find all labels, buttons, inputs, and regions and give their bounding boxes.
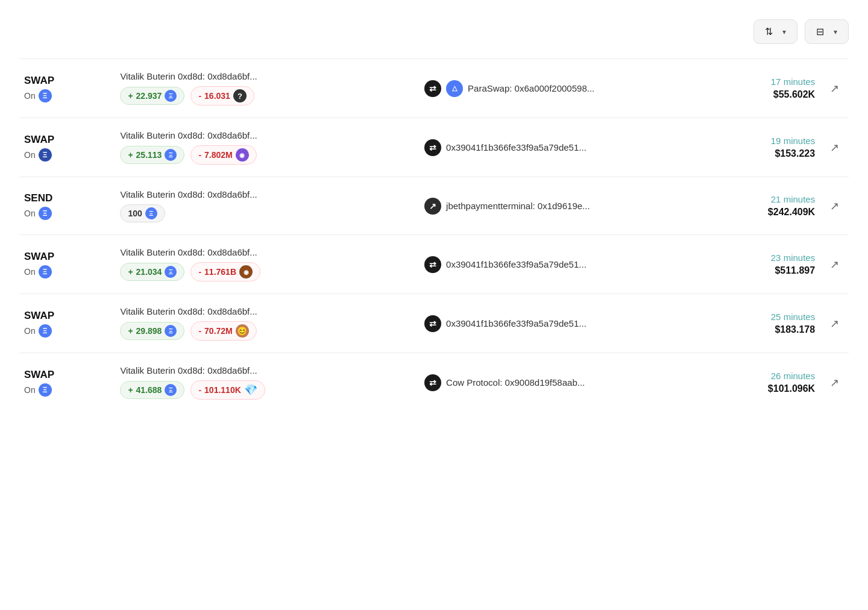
time-label: 17 minutes bbox=[697, 77, 816, 87]
time-value-cell: 23 minutes $511.897 bbox=[692, 235, 820, 294]
table-row: SEND On Ξ Vitalik Buterin 0xd8d: 0xd8da6… bbox=[19, 177, 849, 235]
token-in-pill: + 29.898 Ξ bbox=[120, 322, 184, 340]
tx-on: On Ξ bbox=[24, 207, 110, 220]
eth-network-badge: Ξ bbox=[39, 89, 52, 102]
token-amounts: + 25.113 Ξ - 7.802M ◉ bbox=[120, 145, 415, 165]
token-out-pill: - 11.761B ◉ bbox=[190, 262, 260, 281]
filter-icon: ⊟ bbox=[816, 26, 824, 37]
protocol-label: 0x39041f1b366fe33f9a5a79de51... bbox=[446, 142, 587, 152]
token-in-pill: + 41.688 Ξ bbox=[120, 381, 184, 399]
time-value-cell: 26 minutes $101.096K bbox=[692, 353, 820, 412]
tx-on: On Ξ bbox=[24, 89, 110, 102]
positive-sign: + bbox=[128, 150, 133, 160]
tx-type-cell: SWAP On Ξ bbox=[19, 118, 115, 177]
token-amounts: + 41.688 Ξ - 101.110K 💎 bbox=[120, 380, 415, 400]
eth-network-badge: Ξ bbox=[39, 207, 52, 220]
tx-type-label: SWAP bbox=[24, 369, 110, 381]
value-label: $511.897 bbox=[697, 265, 816, 276]
eth-network-badge: Ξ bbox=[39, 265, 52, 278]
protocol-line: ⇄ 0x39041f1b366fe33f9a5a79de51... bbox=[424, 139, 687, 156]
protocol-line: ⇄ 0x39041f1b366fe33f9a5a79de51... bbox=[424, 256, 687, 273]
table-row: SWAP On Ξ Vitalik Buterin 0xd8d: 0xd8da6… bbox=[19, 235, 849, 294]
tx-on: On Ξ bbox=[24, 148, 110, 162]
token-out-pill: - 16.031 ? bbox=[190, 86, 254, 105]
address-label: Vitalik Buterin 0xd8d: 0xd8da6bf... bbox=[120, 365, 415, 376]
address-label: Vitalik Buterin 0xd8d: 0xd8da6bf... bbox=[120, 189, 415, 200]
time-label: 26 minutes bbox=[697, 371, 816, 381]
external-link-icon[interactable]: ↗ bbox=[830, 318, 839, 330]
tx-on: On Ξ bbox=[24, 324, 110, 338]
external-link-cell[interactable]: ↗ bbox=[820, 294, 849, 353]
token-amounts: + 29.898 Ξ - 70.72M 😊 bbox=[120, 321, 415, 341]
protocol-label: 0x39041f1b366fe33f9a5a79de51... bbox=[446, 318, 587, 329]
time-label: 25 minutes bbox=[697, 312, 816, 322]
external-link-cell[interactable]: ↗ bbox=[820, 353, 849, 412]
token-in-pill: + 21.034 Ξ bbox=[120, 263, 184, 281]
time-value-cell: 21 minutes $242.409K bbox=[692, 177, 820, 235]
external-link-cell[interactable]: ↗ bbox=[820, 118, 849, 177]
address-label: Vitalik Buterin 0xd8d: 0xd8da6bf... bbox=[120, 71, 415, 81]
positive-sign: + bbox=[128, 385, 133, 395]
protocol-line: ⇄ 0x39041f1b366fe33f9a5a79de51... bbox=[424, 315, 687, 332]
tx-type-label: SEND bbox=[24, 192, 110, 204]
sort-button[interactable]: ⇅ ▾ bbox=[753, 19, 797, 44]
external-link-icon[interactable]: ↗ bbox=[830, 83, 839, 95]
token-amounts: + 21.034 Ξ - 11.761B ◉ bbox=[120, 262, 415, 281]
time-value-cell: 19 minutes $153.223 bbox=[692, 118, 820, 177]
protocol-cell: ⇄ 0x39041f1b366fe33f9a5a79de51... bbox=[420, 294, 692, 353]
swap-icon: ⇄ bbox=[424, 315, 441, 332]
on-label: On bbox=[24, 91, 36, 101]
send-icon: ↗ bbox=[424, 198, 441, 215]
token-out-pill: - 101.110K 💎 bbox=[190, 380, 265, 400]
external-link-cell[interactable]: ↗ bbox=[820, 59, 849, 118]
token-amounts: 100 Ξ bbox=[120, 204, 415, 222]
external-link-cell[interactable]: ↗ bbox=[820, 177, 849, 235]
protocol-cell: ⇄△ ParaSwap: 0x6a000f2000598... bbox=[420, 59, 692, 118]
eth-token-icon: Ξ bbox=[165, 149, 177, 161]
time-value-cell: 17 minutes $55.602K bbox=[692, 59, 820, 118]
eth-network-badge: Ξ bbox=[39, 324, 52, 338]
value-label: $242.409K bbox=[697, 207, 816, 218]
from-to-cell: Vitalik Buterin 0xd8d: 0xd8da6bf... + 29… bbox=[115, 294, 420, 353]
unknown-token-icon: ? bbox=[233, 89, 247, 102]
protocol-line: ⇄ Cow Protocol: 0x9008d19f58aab... bbox=[424, 374, 687, 391]
positive-sign: + bbox=[128, 267, 133, 277]
sort-icon: ⇅ bbox=[765, 26, 773, 37]
token-out-pill: - 70.72M 😊 bbox=[190, 321, 256, 341]
tx-type-label: SWAP bbox=[24, 310, 110, 322]
purple-token-icon: ◉ bbox=[236, 148, 249, 162]
header-controls: ⇅ ▾ ⊟ ▾ bbox=[753, 19, 849, 44]
external-link-icon[interactable]: ↗ bbox=[830, 259, 839, 271]
token-in-pill: + 22.937 Ξ bbox=[120, 87, 184, 105]
token-amounts: + 22.937 Ξ - 16.031 ? bbox=[120, 86, 415, 105]
from-to-cell: Vitalik Buterin 0xd8d: 0xd8da6bf... + 21… bbox=[115, 235, 420, 294]
filter-button[interactable]: ⊟ ▾ bbox=[805, 19, 849, 44]
protocol-line: ↗ jbethpaymentterminal: 0x1d9619e... bbox=[424, 198, 687, 215]
protocol-cell: ⇄ 0x39041f1b366fe33f9a5a79de51... bbox=[420, 118, 692, 177]
on-label: On bbox=[24, 385, 36, 395]
face-token-icon: 😊 bbox=[236, 324, 249, 338]
table-row: SWAP On Ξ Vitalik Buterin 0xd8d: 0xd8da6… bbox=[19, 118, 849, 177]
transactions-table: SWAP On Ξ Vitalik Buterin 0xd8d: 0xd8da6… bbox=[19, 58, 849, 412]
from-to-cell: Vitalik Buterin 0xd8d: 0xd8da6bf... 100 … bbox=[115, 177, 420, 235]
external-link-cell[interactable]: ↗ bbox=[820, 235, 849, 294]
eth-network-badge: Ξ bbox=[39, 383, 52, 397]
value-label: $183.178 bbox=[697, 324, 816, 335]
token-in-pill: + 25.113 Ξ bbox=[120, 146, 184, 164]
tx-type-label: SWAP bbox=[24, 134, 110, 146]
diamond-token-icon: 💎 bbox=[244, 383, 257, 397]
tx-type-label: SWAP bbox=[24, 75, 110, 87]
swap-icon: ⇄ bbox=[424, 374, 441, 391]
protocol-label: Cow Protocol: 0x9008d19f58aab... bbox=[446, 377, 585, 388]
eth-token-icon: Ξ bbox=[165, 325, 177, 337]
eth-token-icon: Ξ bbox=[165, 266, 177, 278]
tx-type-cell: SWAP On Ξ bbox=[19, 235, 115, 294]
external-link-icon[interactable]: ↗ bbox=[830, 377, 839, 389]
negative-sign: - bbox=[198, 91, 201, 101]
protocol-cell: ↗ jbethpaymentterminal: 0x1d9619e... bbox=[420, 177, 692, 235]
address-label: Vitalik Buterin 0xd8d: 0xd8da6bf... bbox=[120, 247, 415, 257]
external-link-icon[interactable]: ↗ bbox=[830, 200, 839, 212]
external-link-icon[interactable]: ↗ bbox=[830, 142, 839, 154]
eth-token-icon: Ξ bbox=[165, 90, 177, 102]
address-label: Vitalik Buterin 0xd8d: 0xd8da6bf... bbox=[120, 306, 415, 316]
